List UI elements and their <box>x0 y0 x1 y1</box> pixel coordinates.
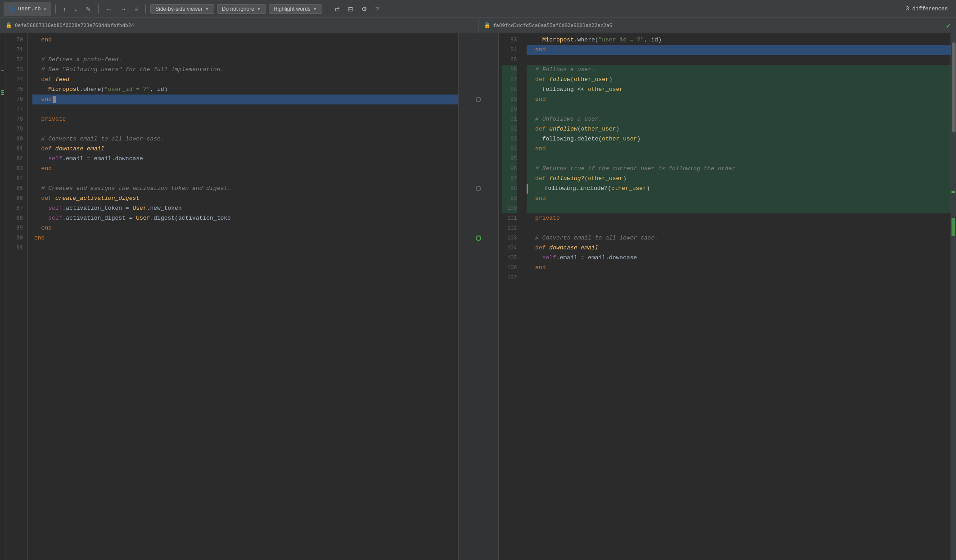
gutter-diff-marker-3 <box>459 233 498 243</box>
right-line-105: self.email = email.downcase <box>527 253 951 263</box>
scrollbar-thumb[interactable] <box>952 42 956 132</box>
right-line-99: end <box>527 194 951 203</box>
right-lock-icon: 🔒 <box>484 22 491 29</box>
right-code-content: Micropost.where("user_id = ?", id) end #… <box>522 33 951 560</box>
right-line-86: # Follows a user. <box>527 65 951 75</box>
left-line-85: # Creates and assigns the activation tok… <box>32 184 458 194</box>
toolbar-separator-3 <box>145 5 146 14</box>
right-line-90 <box>527 104 951 114</box>
left-line-74: def feed <box>32 75 458 85</box>
gutter-diff-marker-2 <box>459 184 498 194</box>
right-line-97: def following?(other_user) <box>527 174 951 184</box>
file-tab[interactable]: 🐾 user.rb ✕ <box>4 2 51 16</box>
forward-button[interactable]: → <box>117 4 129 14</box>
left-line-86: def create_activation_digest <box>32 194 458 203</box>
left-line-79 <box>32 124 458 134</box>
ignore-dropdown[interactable]: Do not ignore ▼ <box>217 4 266 14</box>
left-line-72: # Defines a proto-feed. <box>32 55 458 65</box>
left-line-83: end <box>32 164 458 174</box>
right-line-101: private <box>527 213 951 223</box>
help-button[interactable]: ? <box>373 4 382 14</box>
right-check-icon: ✔ <box>946 21 951 30</box>
viewer-label: Side-by-side viewer <box>155 6 203 12</box>
back-button[interactable]: ← <box>103 4 115 14</box>
right-line-93: following.delete(other_user) <box>527 134 951 144</box>
right-line-89: end <box>527 95 951 104</box>
right-line-94: end <box>527 144 951 154</box>
tab-close-button[interactable]: ✕ <box>43 6 46 12</box>
list-button[interactable]: ≡ <box>132 4 141 14</box>
right-line-107 <box>527 273 951 283</box>
toolbar-separator-1 <box>55 5 56 14</box>
file-icon: 🐾 <box>8 5 15 13</box>
right-scrollbar[interactable] <box>951 33 956 560</box>
left-line-90: end <box>32 233 458 243</box>
toolbar-separator-2 <box>98 5 99 14</box>
left-code-content: end # Defines a proto-feed. # See "Follo… <box>28 33 458 560</box>
left-diff-panel: 70 71 72 73 74 75 76 77 78 79 80 81 82 8… <box>5 33 458 560</box>
left-commit-hash: 0efe56887116eb80f0028e723e760ddbfbfbdb24 <box>15 23 134 28</box>
right-line-85 <box>527 55 951 65</box>
settings-button[interactable]: ⚙ <box>359 4 370 14</box>
toolbar: 🐾 user.rb ✕ ↑ ↓ ✎ ← → ≡ Side-by-side vie… <box>0 0 956 18</box>
diff-gutter <box>458 33 499 560</box>
left-line-81: def downcase_email <box>32 144 458 154</box>
right-line-83: Micropost.where("user_id = ?", id) <box>527 35 951 45</box>
left-line-89: end <box>32 223 458 233</box>
viewer-dropdown-arrow: ▼ <box>205 6 209 11</box>
diff-container: 70 71 72 73 74 75 76 77 78 79 80 81 82 8… <box>0 33 956 560</box>
right-commit-hash: fa09fcd3dcfd5ca6aa55af0d92e9001ad22ec2a6 <box>493 23 613 28</box>
left-line-numbers: 70 71 72 73 74 75 76 77 78 79 80 81 82 8… <box>5 33 28 560</box>
left-line-73: # See "Following users" for the full imp… <box>32 65 458 75</box>
right-line-100 <box>527 203 951 213</box>
left-line-84 <box>32 174 458 184</box>
right-line-84: end <box>527 45 951 55</box>
columns-button[interactable]: ⊟ <box>345 4 356 14</box>
left-line-71 <box>32 45 458 55</box>
left-line-87: self.activation_token = User.new_token <box>32 203 458 213</box>
right-line-96: # Returns true if the current user is fo… <box>527 164 951 174</box>
right-line-106: end <box>527 263 951 273</box>
left-scroll-indicator[interactable] <box>0 33 5 560</box>
right-line-95 <box>527 154 951 164</box>
navigate-down-button[interactable]: ↓ <box>72 4 80 14</box>
right-line-numbers: 83 84 85 86 87 88 89 90 91 92 93 94 95 9… <box>499 33 522 560</box>
config-button[interactable]: ⇄ <box>332 4 343 14</box>
left-line-88: self.activation_digest = User.digest(act… <box>32 213 458 223</box>
file-header-bar: 🔒 0efe56887116eb80f0028e723e760ddbfbfbdb… <box>0 18 956 33</box>
right-line-87: def follow(other_user) <box>527 75 951 85</box>
right-line-98: following.include?(other_user) <box>527 184 951 194</box>
toolbar-separator-4 <box>327 5 327 14</box>
left-line-75: Micropost.where("user_id = ?", id) <box>32 85 458 95</box>
left-line-76: end <box>32 95 458 104</box>
diff-count: 3 differences <box>906 6 952 12</box>
highlight-dropdown[interactable]: Highlight words ▼ <box>269 4 322 14</box>
right-line-88: following << other_user <box>527 85 951 95</box>
ignore-dropdown-arrow: ▼ <box>257 6 261 11</box>
left-line-77 <box>32 104 458 114</box>
left-line-82: self.email = email.downcase <box>32 154 458 164</box>
navigate-up-button[interactable]: ↑ <box>60 4 69 14</box>
viewer-dropdown[interactable]: Side-by-side viewer ▼ <box>150 4 214 14</box>
left-line-78: private <box>32 114 458 124</box>
right-line-91: # Unfollows a user. <box>527 114 951 124</box>
right-line-102 <box>527 223 951 233</box>
right-file-header: 🔒 fa09fcd3dcfd5ca6aa55af0d92e9001ad22ec2… <box>478 18 956 33</box>
left-line-91 <box>32 243 458 253</box>
highlight-dropdown-arrow: ▼ <box>313 6 317 11</box>
right-line-104: def downcase_email <box>527 243 951 253</box>
right-line-103: # Converts email to all lower-case. <box>527 233 951 243</box>
left-lock-icon: 🔒 <box>5 22 12 29</box>
ignore-label: Do not ignore <box>222 6 254 12</box>
tab-filename: user.rb <box>18 6 41 12</box>
left-line-70: end <box>32 35 458 45</box>
left-line-80: # Converts email to all lower-case. <box>32 134 458 144</box>
highlight-label: Highlight words <box>274 6 311 12</box>
edit-button[interactable]: ✎ <box>83 4 94 14</box>
gutter-diff-marker-1 <box>459 95 498 104</box>
right-diff-panel: 83 84 85 86 87 88 89 90 91 92 93 94 95 9… <box>499 33 951 560</box>
right-line-92: def unfollow(other_user) <box>527 124 951 134</box>
left-file-header: 🔒 0efe56887116eb80f0028e723e760ddbfbfbdb… <box>0 18 478 33</box>
